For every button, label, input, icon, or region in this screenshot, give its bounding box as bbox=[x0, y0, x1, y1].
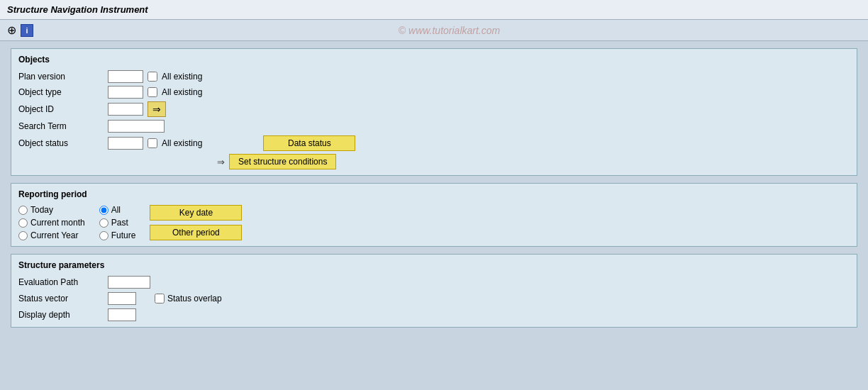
display-depth-row: Display depth bbox=[18, 308, 850, 321]
info-icon[interactable]: i bbox=[21, 24, 33, 37]
toolbar: ⊕ i © www.tutorialkart.com bbox=[0, 20, 868, 41]
status-vector-input[interactable] bbox=[108, 292, 136, 305]
plan-version-all-existing: All existing bbox=[162, 72, 202, 82]
eval-path-label: Evaluation Path bbox=[18, 277, 104, 287]
object-status-input[interactable] bbox=[108, 137, 143, 150]
eval-path-row: Evaluation Path bbox=[18, 276, 850, 289]
nav-icon[interactable]: ⊕ bbox=[7, 23, 16, 37]
object-id-row: Object ID ⇒ bbox=[18, 101, 850, 117]
search-term-row: Search Term bbox=[18, 120, 850, 133]
radio-past: Past bbox=[99, 218, 136, 228]
radio-current-month: Current month bbox=[18, 218, 85, 228]
object-status-checkbox[interactable] bbox=[148, 138, 157, 148]
radio-today-input[interactable] bbox=[18, 206, 28, 215]
main-content: Objects Plan version All existing Object… bbox=[0, 41, 868, 342]
radio-all-label: All bbox=[111, 205, 121, 215]
object-id-search-btn[interactable]: ⇒ bbox=[148, 101, 166, 117]
display-depth-label: Display depth bbox=[18, 310, 104, 320]
eval-path-input[interactable] bbox=[108, 276, 150, 289]
radio-future-input[interactable] bbox=[99, 231, 108, 240]
radio-current-month-label: Current month bbox=[30, 218, 85, 228]
radio-past-label: Past bbox=[111, 218, 128, 228]
status-overlap-checkbox[interactable] bbox=[155, 294, 165, 303]
status-vector-label: Status vector bbox=[18, 294, 104, 303]
reporting-section: Reporting period Today Current month Cur… bbox=[11, 183, 857, 247]
object-type-all-existing: All existing bbox=[162, 87, 202, 97]
object-id-input[interactable] bbox=[108, 103, 143, 116]
plan-version-input[interactable] bbox=[108, 70, 143, 83]
key-date-btn[interactable]: Key date bbox=[150, 205, 242, 221]
radio-future: Future bbox=[99, 230, 136, 240]
structure-title: Structure parameters bbox=[18, 260, 850, 270]
reporting-col3: Key date Other period bbox=[150, 205, 242, 240]
object-type-label: Object type bbox=[18, 87, 104, 97]
object-type-input[interactable] bbox=[108, 86, 143, 99]
reporting-col2: All Past Future bbox=[99, 205, 136, 240]
object-type-checkbox[interactable] bbox=[148, 87, 157, 97]
plan-version-row: Plan version All existing bbox=[18, 70, 850, 83]
radio-all-input[interactable] bbox=[99, 206, 108, 215]
status-vector-row: Status vector Status overlap bbox=[18, 292, 850, 305]
reporting-title: Reporting period bbox=[18, 189, 850, 199]
object-status-row: Object status All existing Data status bbox=[18, 135, 850, 151]
status-overlap-label: Status overlap bbox=[167, 294, 222, 303]
radio-today: Today bbox=[18, 205, 85, 215]
set-structure-btn[interactable]: Set structure conditions bbox=[229, 154, 336, 169]
watermark: © www.tutorialkart.com bbox=[38, 25, 861, 36]
radio-current-year-label: Current Year bbox=[30, 230, 78, 240]
struct-params-grid: Evaluation Path Status vector Status ove… bbox=[18, 276, 850, 321]
object-status-label: Object status bbox=[18, 138, 104, 148]
plan-version-checkbox[interactable] bbox=[148, 72, 157, 82]
radio-future-label: Future bbox=[111, 230, 136, 240]
object-type-row: Object type All existing bbox=[18, 86, 850, 99]
search-term-input[interactable] bbox=[108, 120, 165, 133]
objects-section: Objects Plan version All existing Object… bbox=[11, 48, 857, 176]
app-title: Structure Navigation Instrument bbox=[7, 4, 148, 15]
structure-section: Structure parameters Evaluation Path Sta… bbox=[11, 254, 857, 328]
object-id-label: Object ID bbox=[18, 104, 104, 114]
set-structure-row: ⇒ Set structure conditions bbox=[18, 154, 850, 169]
display-depth-input[interactable] bbox=[108, 308, 136, 321]
other-period-btn[interactable]: Other period bbox=[150, 225, 242, 240]
objects-title: Objects bbox=[18, 55, 850, 65]
search-term-label: Search Term bbox=[18, 121, 104, 131]
plan-version-label: Plan version bbox=[18, 72, 104, 82]
radio-all: All bbox=[99, 205, 136, 215]
reporting-col1: Today Current month Current Year bbox=[18, 205, 85, 240]
title-bar: Structure Navigation Instrument bbox=[0, 0, 868, 20]
data-status-btn[interactable]: Data status bbox=[263, 135, 355, 151]
radio-current-year-input[interactable] bbox=[18, 231, 28, 240]
radio-today-label: Today bbox=[30, 205, 53, 215]
set-structure-arrow-icon: ⇒ bbox=[217, 157, 225, 167]
object-status-all-existing: All existing bbox=[162, 138, 202, 148]
radio-current-year: Current Year bbox=[18, 230, 85, 240]
radio-current-month-input[interactable] bbox=[18, 218, 28, 228]
radio-past-input[interactable] bbox=[99, 218, 108, 228]
